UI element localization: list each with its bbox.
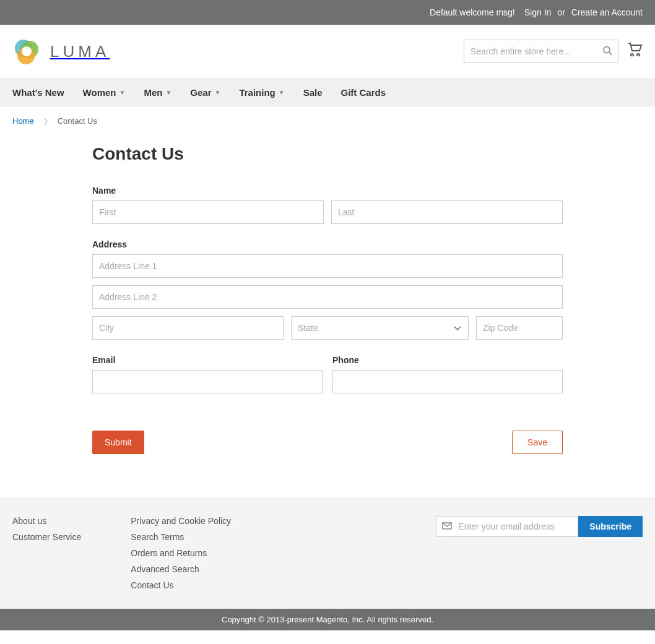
last-name-input[interactable] — [331, 200, 563, 224]
header-right — [464, 40, 643, 63]
footer-col-2: Privacy and Cookie Policy Search Terms O… — [131, 516, 231, 590]
nav-sale[interactable]: Sale — [303, 87, 323, 98]
address-line-1-input[interactable] — [92, 254, 563, 278]
nav-men[interactable]: Men▼ — [144, 87, 171, 98]
first-name-input[interactable] — [92, 200, 324, 224]
nav-training[interactable]: Training▼ — [239, 87, 284, 98]
submit-button[interactable]: Submit — [92, 431, 144, 454]
chevron-right-icon: ❯ — [43, 118, 48, 124]
footer-advanced-search[interactable]: Advanced Search — [131, 564, 231, 574]
breadcrumb: Home ❯ Contact Us — [0, 107, 655, 135]
address-section: Address State — [92, 239, 563, 340]
email-input[interactable] — [92, 370, 323, 393]
footer-privacy[interactable]: Privacy and Cookie Policy — [131, 516, 231, 526]
copyright: Copyright © 2013-present Magento, Inc. A… — [0, 609, 655, 630]
name-label: Name — [92, 186, 563, 195]
chevron-down-icon: ▼ — [279, 89, 285, 96]
save-button[interactable]: Save — [512, 431, 563, 454]
address-line-2-input[interactable] — [92, 285, 563, 309]
main-nav: What's New Women▼ Men▼ Gear▼ Training▼ S… — [0, 78, 655, 107]
main-content: Contact Us Name Address State Email — [80, 144, 575, 454]
page-title: Contact Us — [92, 144, 563, 164]
chevron-down-icon: ▼ — [119, 89, 125, 96]
logo-icon — [12, 37, 41, 66]
or-text: or — [557, 7, 565, 17]
address-label: Address — [92, 239, 563, 249]
email-phone-row: Email Phone — [92, 355, 563, 409]
search-icon[interactable] — [602, 46, 612, 58]
welcome-msg: Default welcome msg! — [430, 7, 515, 17]
chevron-down-icon: ▼ — [165, 89, 171, 96]
top-bar: Default welcome msg! Sign In or Create a… — [0, 0, 655, 25]
logo-link[interactable]: LUMA — [12, 37, 110, 66]
header: LUMA — [0, 25, 655, 78]
subscribe-button[interactable]: Subscribe — [578, 516, 643, 537]
nav-women[interactable]: Women▼ — [83, 87, 126, 98]
cart-icon[interactable] — [628, 43, 643, 60]
zip-input[interactable] — [476, 316, 563, 340]
search-input[interactable] — [464, 40, 618, 63]
svg-point-3 — [22, 46, 32, 56]
footer-newsletter: Subscribe — [436, 516, 643, 590]
state-select[interactable]: State — [291, 316, 469, 340]
city-input[interactable] — [92, 316, 284, 340]
footer-col-1: About us Customer Service — [12, 516, 81, 590]
footer-customer-service[interactable]: Customer Service — [12, 532, 81, 542]
email-label: Email — [92, 355, 323, 365]
mail-icon — [442, 522, 452, 531]
nav-gift-cards[interactable]: Gift Cards — [341, 87, 386, 98]
chevron-down-icon: ▼ — [215, 89, 221, 96]
svg-point-4 — [604, 47, 610, 53]
create-account-link[interactable]: Create an Account — [571, 7, 643, 17]
nav-whats-new[interactable]: What's New — [12, 87, 64, 98]
breadcrumb-home[interactable]: Home — [12, 116, 34, 126]
footer-contact-us[interactable]: Contact Us — [131, 580, 231, 590]
svg-line-5 — [609, 53, 612, 55]
sign-in-link[interactable]: Sign In — [524, 7, 552, 17]
phone-input[interactable] — [332, 370, 563, 393]
form-buttons: Submit Save — [92, 431, 563, 454]
logo-text: LUMA — [50, 42, 110, 61]
phone-label: Phone — [332, 355, 563, 365]
breadcrumb-current: Contact Us — [58, 116, 97, 126]
footer-orders-returns[interactable]: Orders and Returns — [131, 548, 231, 558]
footer-about-us[interactable]: About us — [12, 516, 81, 526]
footer: About us Customer Service Privacy and Co… — [0, 497, 655, 609]
footer-search-terms[interactable]: Search Terms — [131, 532, 231, 542]
name-section: Name — [92, 186, 563, 224]
newsletter-input[interactable] — [436, 516, 578, 537]
nav-gear[interactable]: Gear▼ — [190, 87, 220, 98]
search-box — [464, 40, 618, 63]
